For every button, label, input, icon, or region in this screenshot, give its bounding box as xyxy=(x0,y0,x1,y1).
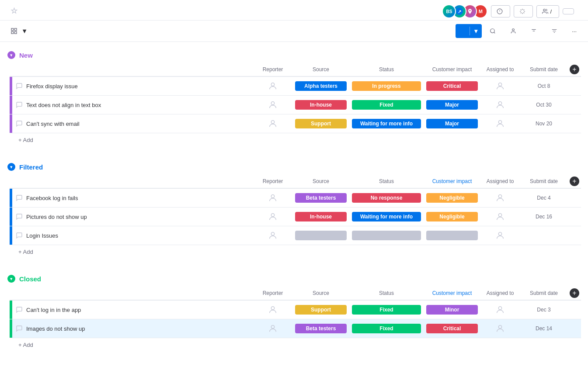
col-header-impact: Customer impact xyxy=(424,178,480,184)
person-button[interactable] xyxy=(506,25,523,37)
cell-status: Fixed xyxy=(349,98,424,111)
svg-point-5 xyxy=(543,9,546,11)
table-row[interactable]: Facebook log in fails Beta testers No re… xyxy=(10,189,581,208)
add-row-filtered[interactable]: + Add xyxy=(10,245,581,259)
integrate-button[interactable] xyxy=(491,5,510,17)
add-column-button[interactable]: + xyxy=(570,176,579,186)
reporter-avatar xyxy=(268,81,278,91)
toolbar-more-button[interactable]: ··· xyxy=(567,25,581,37)
cell-name: Images do not show up xyxy=(12,325,253,332)
cell-status: Waiting for more info xyxy=(349,210,424,223)
table-row[interactable]: Can't sync with email Support Waiting fo… xyxy=(10,114,581,133)
group-collapse-filtered[interactable]: ▾ xyxy=(7,163,16,171)
add-column-button[interactable]: + xyxy=(570,288,579,298)
svg-rect-8 xyxy=(11,31,14,34)
column-headers-filtered: Reporter Source Status Customer impact A… xyxy=(10,175,581,189)
cell-source: Alpha testers xyxy=(292,80,349,93)
cell-name: Login Issues xyxy=(12,232,253,239)
group-title-new[interactable]: New xyxy=(19,52,33,59)
svg-point-25 xyxy=(271,195,274,198)
svg-text:↗: ↗ xyxy=(458,9,461,14)
col-header-impact: Customer impact xyxy=(424,290,480,296)
add-row-new[interactable]: + Add xyxy=(10,133,581,147)
comment-icon[interactable] xyxy=(16,194,23,201)
cell-assigned xyxy=(480,193,520,203)
svg-point-27 xyxy=(271,214,274,217)
cell-impact: Critical xyxy=(424,322,480,335)
cell-reporter xyxy=(253,324,292,333)
new-item-arrow[interactable]: ▾ xyxy=(470,24,482,38)
filter-button[interactable] xyxy=(526,25,543,37)
table-row[interactable]: Text does not align in text box In-house… xyxy=(10,96,581,114)
svg-point-19 xyxy=(271,102,274,105)
automate-button[interactable] xyxy=(514,5,533,17)
add-row-label: + Add xyxy=(18,137,33,143)
table-row[interactable]: Login Issues xyxy=(10,226,581,245)
cell-submit: Nov 20 xyxy=(520,121,568,127)
cell-reporter xyxy=(253,119,292,128)
col-header-status: Status xyxy=(349,66,424,73)
row-name: Pictures do not show up xyxy=(26,214,87,220)
svg-point-35 xyxy=(271,325,274,329)
reporter-avatar xyxy=(268,100,278,110)
sort-button[interactable] xyxy=(547,25,564,37)
members-button[interactable]: / xyxy=(536,5,559,18)
comment-icon[interactable] xyxy=(16,213,23,220)
cell-name: Facebook log in fails xyxy=(12,194,253,201)
cell-reporter xyxy=(253,193,292,203)
reporter-avatar xyxy=(268,231,278,240)
group-section-filtered: ▾Filtered Reporter Source Status Custome… xyxy=(7,161,581,259)
group-collapse-closed[interactable]: ▾ xyxy=(7,274,16,283)
col-header-reporter: Reporter xyxy=(253,290,292,296)
table-selector[interactable]: ▾ xyxy=(7,24,30,38)
search-icon xyxy=(490,28,496,34)
filter-icon xyxy=(531,28,537,34)
members-count: / xyxy=(550,8,552,15)
assigned-avatar xyxy=(495,305,505,315)
cell-name: Text does not align in text box xyxy=(12,101,253,108)
comment-icon[interactable] xyxy=(16,83,23,90)
assigned-avatar xyxy=(495,231,505,240)
group-title-closed[interactable]: Closed xyxy=(19,275,41,283)
svg-point-18 xyxy=(498,83,501,86)
table-row[interactable]: Firefox display issue Alpha testers In p… xyxy=(10,77,581,96)
cell-impact: Major xyxy=(424,117,480,130)
col-header-add[interactable]: + xyxy=(568,288,581,298)
search-button[interactable] xyxy=(485,25,502,37)
col-header-add[interactable]: + xyxy=(568,176,581,186)
row-name: Firefox display issue xyxy=(26,83,78,90)
group-title-filtered[interactable]: Filtered xyxy=(19,163,43,171)
add-column-button[interactable]: + xyxy=(570,65,579,74)
cell-submit: Dec 3 xyxy=(520,307,568,313)
row-name: Text does not align in text box xyxy=(26,102,101,108)
cell-status: Fixed xyxy=(349,322,424,335)
activities-button[interactable] xyxy=(563,8,574,14)
comment-icon[interactable] xyxy=(16,101,23,108)
reporter-avatar xyxy=(268,324,278,333)
assigned-avatar xyxy=(495,100,505,110)
comment-icon[interactable] xyxy=(16,232,23,239)
comment-icon[interactable] xyxy=(16,306,23,313)
table-row[interactable]: Can't log in in the app Support Fixed Mi… xyxy=(10,301,581,319)
svg-text:▾: ▾ xyxy=(10,52,13,58)
add-row-closed[interactable]: + Add xyxy=(10,338,581,352)
col-header-reporter: Reporter xyxy=(253,66,292,73)
table-row[interactable]: Images do not show up Beta testers Fixed… xyxy=(10,319,581,338)
comment-icon[interactable] xyxy=(16,325,23,332)
svg-point-17 xyxy=(271,83,274,86)
cell-submit: Oct 30 xyxy=(520,102,568,108)
new-item-button[interactable]: ▾ xyxy=(456,24,482,38)
svg-point-34 xyxy=(498,307,501,310)
header-actions: BS ↗ M / xyxy=(442,4,581,18)
comment-icon[interactable] xyxy=(16,120,23,127)
star-icon[interactable]: ☆ xyxy=(10,6,17,16)
table-row[interactable]: Pictures do not show up In-house Waiting… xyxy=(10,208,581,226)
cell-source: In-house xyxy=(292,98,349,111)
new-item-label[interactable] xyxy=(456,28,470,35)
avatar-group: BS ↗ M xyxy=(442,4,487,18)
col-header-add[interactable]: + xyxy=(568,65,581,74)
group-collapse-new[interactable]: ▾ xyxy=(7,51,16,59)
svg-rect-9 xyxy=(14,31,17,34)
col-header-submit: Submit date xyxy=(520,178,568,184)
col-header-status: Status xyxy=(349,290,424,296)
